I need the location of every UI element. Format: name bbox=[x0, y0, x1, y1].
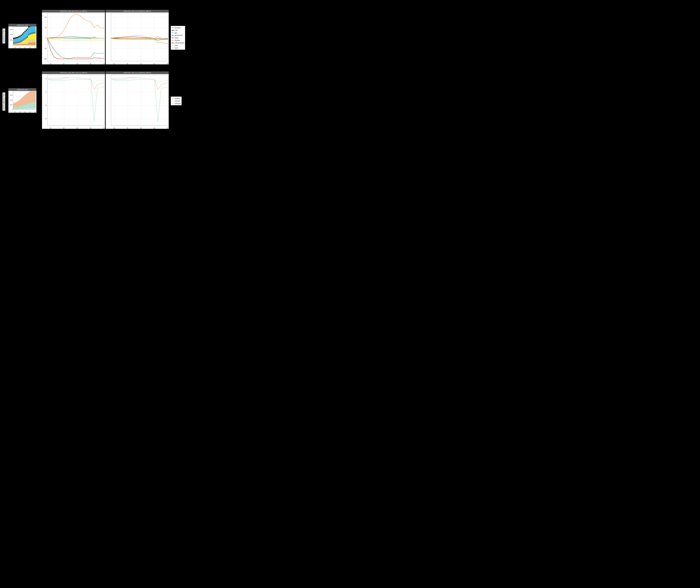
bar-nuclear bbox=[31, 43, 32, 45]
bar-solar bbox=[25, 39, 25, 43]
bar-solar bbox=[17, 43, 18, 44]
bar-biomass bbox=[21, 41, 22, 41]
svg-text:2100: 2100 bbox=[167, 63, 169, 64]
svg-text:6000: 6000 bbox=[10, 99, 13, 101]
bar-gas bbox=[32, 26, 33, 32]
svg-text:2040: 2040 bbox=[127, 63, 128, 64]
bar-gas bbox=[16, 39, 17, 42]
bar-gas bbox=[29, 27, 30, 33]
bar-biomass bbox=[29, 33, 30, 33]
bar-nuclear bbox=[27, 45, 28, 45]
bar-wind bbox=[16, 44, 17, 44]
bar-hydro bbox=[18, 42, 19, 43]
bar-solar bbox=[34, 33, 35, 39]
bar-building bbox=[26, 94, 27, 104]
line-facet: rcp85cooler_ssp5_nuc_moratorium_diffPrcn… bbox=[106, 10, 169, 64]
bar-gas bbox=[26, 31, 27, 37]
bar-transport bbox=[17, 109, 18, 110]
legend-item: transport bbox=[172, 102, 181, 105]
bar-transport bbox=[28, 108, 29, 110]
bar-coal bbox=[18, 36, 19, 38]
facet-strip: rcp85cooler_ssp5_nuc_moratorium_diffPrcn… bbox=[106, 71, 169, 74]
legend-label: building bbox=[175, 98, 180, 99]
bar-transport bbox=[29, 108, 30, 110]
bar-solar bbox=[18, 43, 19, 44]
bar-solar bbox=[27, 38, 28, 42]
bar-hydro bbox=[19, 41, 20, 43]
bar-transport bbox=[34, 108, 35, 110]
legend-label: industry bbox=[175, 100, 180, 102]
mini-panel: rcp85cooler_ssp5030006000900020202040206… bbox=[8, 24, 36, 48]
bar-solar bbox=[21, 42, 22, 43]
svg-text:-100: -100 bbox=[44, 58, 46, 60]
bar-coal bbox=[13, 38, 14, 39]
svg-text:2040: 2040 bbox=[19, 47, 21, 48]
bar-geothermal bbox=[31, 43, 32, 43]
bar-transport bbox=[21, 109, 22, 110]
bar-gas bbox=[23, 33, 24, 39]
y-axis-label: elecByTechTWh bbox=[3, 29, 5, 43]
bar-nuclear bbox=[34, 43, 35, 45]
bar-coal bbox=[23, 32, 24, 33]
facet-strip: rcp85cooler_ssp5_nuc_moratorium_diffPrcn… bbox=[106, 10, 169, 12]
bar-biomass bbox=[16, 42, 17, 42]
svg-text:0: 0 bbox=[12, 45, 13, 46]
svg-text:3000: 3000 bbox=[10, 104, 13, 106]
bar-transport bbox=[23, 109, 24, 110]
bar-nuclear bbox=[13, 44, 14, 45]
legend-label: transport bbox=[175, 103, 181, 104]
bar-geothermal bbox=[26, 44, 27, 45]
svg-text:2100: 2100 bbox=[34, 111, 36, 113]
svg-text:2060: 2060 bbox=[24, 111, 26, 113]
bar-coal bbox=[15, 37, 16, 39]
bar-wind bbox=[29, 40, 30, 43]
bar-nuclear bbox=[15, 44, 16, 45]
bar-transport bbox=[32, 108, 33, 110]
bar-transport bbox=[18, 109, 19, 110]
bar-geothermal bbox=[27, 44, 28, 45]
bar-biomass bbox=[27, 36, 28, 37]
y-axis-label: elecFinalBySecTWh bbox=[3, 93, 5, 111]
svg-text:2020: 2020 bbox=[50, 127, 51, 129]
svg-text:0: 0 bbox=[12, 109, 13, 110]
legend-label: solar bbox=[175, 45, 178, 46]
bar-wind bbox=[26, 42, 27, 44]
bar-building bbox=[23, 96, 24, 105]
bar-refined liquids bbox=[15, 42, 16, 42]
bar-industry bbox=[18, 106, 19, 109]
bar-solar bbox=[22, 41, 23, 43]
svg-text:2020: 2020 bbox=[114, 127, 115, 129]
svg-text:50: 50 bbox=[45, 27, 47, 28]
bar-building bbox=[27, 93, 28, 104]
facet-strip: rcp85cooler_ssp5_allow_new_nuc_diffPrcnt bbox=[42, 71, 105, 74]
bar-wind bbox=[13, 44, 14, 44]
svg-text:2080: 2080 bbox=[154, 127, 155, 129]
svg-text:2080: 2080 bbox=[90, 63, 91, 64]
bar-coal bbox=[28, 26, 29, 27]
bar-solar bbox=[13, 44, 14, 44]
legend-label: geothermal bbox=[175, 34, 182, 36]
legend-item: geothermal bbox=[172, 34, 184, 37]
svg-text:2100: 2100 bbox=[103, 63, 105, 64]
bar-gas bbox=[18, 38, 19, 41]
bar-nuclear bbox=[26, 45, 27, 45]
legend-item: industry bbox=[172, 100, 181, 102]
bar-biomass bbox=[31, 32, 32, 33]
bar-gas bbox=[22, 35, 23, 40]
bar-wind bbox=[23, 43, 24, 44]
bar-building bbox=[28, 92, 29, 103]
bar-building bbox=[17, 101, 18, 107]
bar-nuclear bbox=[29, 43, 30, 45]
bar-gas bbox=[31, 26, 32, 32]
svg-text:2040: 2040 bbox=[63, 63, 65, 64]
bar-biomass bbox=[19, 41, 20, 41]
bar-building bbox=[13, 103, 14, 107]
svg-text:2020: 2020 bbox=[114, 63, 115, 64]
bar-geothermal bbox=[32, 43, 33, 43]
bar-solar bbox=[15, 44, 16, 44]
svg-text:2060: 2060 bbox=[24, 47, 26, 48]
svg-text:100: 100 bbox=[44, 17, 46, 18]
legend-item: building bbox=[172, 97, 181, 100]
bar-nuclear bbox=[21, 45, 22, 45]
legend-item: gas bbox=[172, 31, 184, 34]
